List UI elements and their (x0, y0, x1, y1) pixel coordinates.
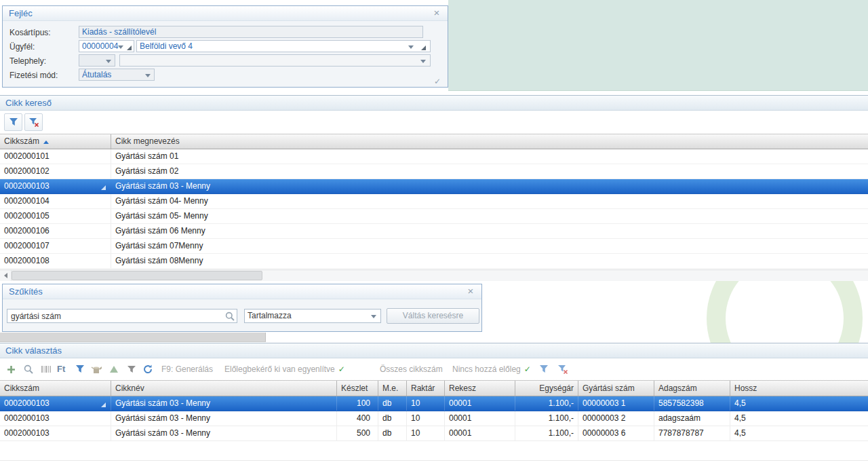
column-header-keszlet[interactable]: Készlet (337, 381, 378, 396)
telephely-label: Telephely: (9, 55, 46, 67)
column-header-megnevezes[interactable]: Cikk megnevezés (111, 134, 868, 149)
cell-text: db (382, 398, 391, 408)
filter-button[interactable] (4, 113, 22, 131)
column-header-cikkszam[interactable]: Cikkszám (0, 134, 111, 149)
column-header-cikkszam[interactable]: Cikkszám (0, 381, 111, 396)
column-header-adagszam[interactable]: Adagszám (654, 381, 730, 396)
cikk-valasztas-table-header: Cikkszám Cikknév Készlet M.e. Raktár Rek… (0, 380, 868, 396)
cell-text: 0002000104 (4, 196, 50, 206)
column-header-label: Cikknév (115, 383, 144, 393)
cell-raktar: 10 (407, 426, 445, 440)
telephely-name-combo[interactable] (119, 54, 431, 67)
clear-filter-button[interactable] (556, 363, 570, 375)
table-row[interactable]: 0002000107 Gyártási szám 07Menny (0, 239, 868, 254)
cell-rekesz: 00001 (445, 411, 515, 426)
column-header-me[interactable]: M.e. (378, 381, 407, 396)
cell-text: 0002000103 (4, 181, 50, 191)
watering-can-button[interactable] (90, 363, 103, 375)
move-up-button[interactable] (107, 363, 121, 375)
table-row[interactable]: 0002000105 Gyártási szám 05- Menny (0, 209, 868, 224)
grid-bottom-divider (0, 460, 868, 461)
table-row[interactable]: 0002000103 Gyártási szám 03 - Menny 400 … (0, 411, 868, 426)
cell-adagszam: adagszaám (654, 411, 730, 426)
cell-adagszam: 7787878787 (654, 426, 730, 440)
cell-egysegar: 1.100,- (515, 426, 578, 440)
table-row[interactable]: 0002000103 Gyártási szám 03 - Menny 500 … (0, 426, 868, 441)
cell-cikkszam: 0002000101 (0, 149, 111, 164)
clear-filter-button[interactable] (24, 113, 43, 131)
column-header-cikknev[interactable]: Cikknév (111, 381, 337, 396)
cell-gyartasi-szam: 00000003 6 (578, 426, 654, 440)
telephely-code-combo[interactable] (79, 54, 115, 67)
cell-cikknev: Gyártási szám 03 - Menny (111, 411, 337, 426)
close-icon[interactable]: × (431, 7, 442, 18)
toolbar-item-f9-generalas[interactable]: F9: Generálás (161, 364, 213, 374)
search-icon (224, 311, 235, 322)
cell-cikknev: Gyártási szám 03 - Menny (111, 426, 337, 440)
toolbar-item-osszes-cikkszam[interactable]: Összes cikkszám (380, 364, 443, 374)
scrollbar-thumb[interactable] (12, 271, 262, 280)
filter-mode-combo[interactable]: Tartalmazza (244, 309, 381, 323)
column-header-rekesz[interactable]: Rekesz (445, 381, 515, 396)
cell-megnevezes: Gyártási szám 06 Menny (111, 224, 868, 238)
table-row[interactable]: 0002000106 Gyártási szám 06 Menny (0, 224, 868, 239)
chevron-down-icon (371, 315, 376, 318)
toolbar-item-elolegbekero[interactable]: Előlegbekérő ki van egyenlítve✓ (224, 364, 345, 374)
cell-raktar: 10 (407, 396, 445, 411)
column-header-raktar[interactable]: Raktár (407, 381, 445, 396)
column-header-egysegar[interactable]: Egységár (515, 381, 578, 396)
cell-text: 0002000103 (4, 428, 50, 438)
close-icon[interactable]: × (465, 286, 476, 297)
column-header-label: Cikkszám (4, 136, 39, 146)
table-row[interactable]: 0002000101 Gyártási szám 01 (0, 149, 868, 164)
header-panel-titlebar[interactable]: Fejléc × (3, 6, 448, 21)
cell-text: 100 (357, 398, 370, 408)
table-row[interactable]: 0002000102 Gyártási szám 02 (0, 164, 868, 179)
arrow-up-icon (108, 364, 119, 374)
cell-me: db (378, 426, 407, 440)
cell-cikkszam: 0002000102 (0, 164, 111, 179)
chevron-down-icon (420, 60, 426, 63)
cell-text: 10 (411, 398, 420, 408)
chevron-down-icon (106, 60, 111, 63)
szukites-panel-titlebar[interactable]: Szűkítés × (3, 284, 481, 299)
scroll-left-button[interactable] (0, 270, 12, 281)
cell-text: 4,5 (734, 398, 746, 408)
sort-asc-icon (43, 140, 49, 144)
search-input[interactable] (7, 309, 237, 323)
fizetesimod-value: Átutalás (82, 70, 111, 79)
szukites-panel: Szűkítés × Tartalmazza Váltás keresésre (2, 284, 482, 332)
ugyfel-name-combo[interactable]: Belföldi vevő 4 (136, 40, 431, 52)
cell-keszlet: 400 (337, 411, 378, 426)
table-row-selected[interactable]: 0002000103 Gyártási szám 03 - Menny (0, 179, 868, 194)
table-row[interactable]: 0002000108 Gyártási szám 08Menny (0, 254, 868, 269)
filter-gray-button[interactable] (125, 363, 138, 375)
clear-filter-icon (557, 364, 568, 375)
table-row[interactable]: 0002000104 Gyártási szám 04- Menny (0, 194, 868, 209)
search-button[interactable] (22, 363, 35, 375)
barcode-button[interactable] (39, 363, 53, 375)
ugyfel-code-combo[interactable]: 00000004 (79, 40, 134, 52)
kosartipus-field[interactable]: Kiadás - szállítólevél (79, 26, 423, 38)
horizontal-scrollbar[interactable] (0, 269, 868, 281)
filter-button[interactable] (537, 363, 551, 375)
switch-search-button[interactable]: Váltás keresésre (387, 308, 479, 324)
table-row-selected[interactable]: 0002000103 Gyártási szám 03 - Menny 100 … (0, 396, 868, 411)
cell-text: Gyártási szám 07Menny (115, 241, 203, 250)
add-button[interactable] (4, 363, 18, 375)
logo-watermark (483, 281, 868, 343)
editor-grip-icon (421, 45, 426, 50)
column-header-gyartasi-szam[interactable]: Gyártási szám (578, 381, 654, 396)
filter-button[interactable] (73, 363, 87, 375)
column-header-label: Készlet (341, 383, 368, 393)
refresh-button[interactable] (141, 363, 155, 375)
column-header-label: Cikk megnevezés (115, 136, 180, 146)
kosartipus-value: Kiadás - szállítólevél (82, 27, 156, 37)
cell-text: 0002000108 (4, 256, 50, 265)
currency-button[interactable]: Ft (57, 363, 65, 375)
fizetesimod-combo[interactable]: Átutalás (79, 69, 155, 81)
toolbar-item-nincs-eloleg[interactable]: Nincs hozzá előleg✓ (452, 364, 531, 374)
column-header-label: M.e. (382, 383, 398, 393)
section-title: Cikk kereső (5, 98, 52, 108)
column-header-hossz[interactable]: Hossz (730, 381, 868, 396)
